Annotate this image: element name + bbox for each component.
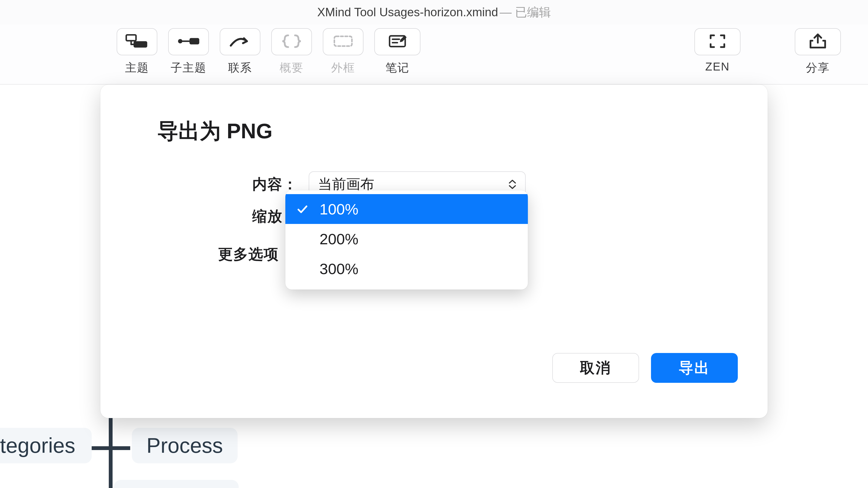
relationship-button[interactable]: 联系 [220, 28, 260, 75]
svg-rect-4 [190, 38, 199, 44]
boundary-label: 外框 [331, 60, 355, 75]
zoom-label: 缩放 [252, 206, 283, 226]
notes-label: 笔记 [385, 60, 409, 75]
dialog-title: 导出为 PNG [157, 117, 273, 145]
export-button[interactable]: 导出 [651, 353, 738, 383]
fullscreen-icon [705, 33, 730, 51]
export-label: 导出 [679, 358, 710, 378]
boundary-button: 外框 [323, 28, 364, 75]
notes-icon [385, 33, 410, 51]
zoom-option-100[interactable]: 100% [285, 194, 528, 224]
zoom-option-300[interactable]: 300% [285, 254, 528, 284]
notes-button[interactable]: 笔记 [374, 28, 421, 75]
boundary-icon [331, 33, 355, 51]
zoom-option-200[interactable]: 200% [285, 224, 528, 254]
mindmap-node[interactable]: Process [132, 428, 238, 463]
main-toolbar: 主题 子主题 [0, 24, 868, 85]
summary-button: 概要 [271, 28, 312, 75]
svg-rect-0 [126, 35, 136, 41]
svg-rect-5 [335, 36, 352, 46]
mindmap-node[interactable] [114, 480, 239, 488]
topic-label: 主题 [125, 60, 149, 75]
topic-icon [125, 33, 149, 51]
cancel-label: 取消 [580, 358, 611, 378]
toolbar-left-group: 主题 子主题 [117, 28, 421, 75]
svg-point-2 [178, 39, 182, 43]
toolbar-right-group: ZEN 分享 [694, 28, 841, 75]
window-title-suffix: — 已编辑 [500, 4, 551, 20]
dialog-footer: 取消 导出 [552, 353, 738, 383]
svg-rect-1 [133, 41, 147, 47]
export-png-dialog: 导出为 PNG 内容： 当前画布 缩放 更多选项 100% 200% [100, 85, 768, 418]
subtopic-icon [176, 33, 201, 51]
mindmap-connector [90, 446, 130, 450]
summary-label: 概要 [280, 60, 304, 75]
relationship-label: 联系 [228, 60, 252, 75]
subtopic-button[interactable]: 子主题 [168, 28, 209, 75]
more-options-label: 更多选项 [218, 245, 279, 264]
zoom-option-label: 200% [319, 230, 358, 248]
mindmap-connector [109, 415, 113, 488]
relationship-icon [228, 33, 252, 51]
share-label: 分享 [806, 60, 830, 75]
zen-label: ZEN [705, 60, 730, 73]
subtopic-label: 子主题 [170, 60, 207, 75]
zoom-option-label: 300% [319, 260, 358, 278]
summary-icon [279, 33, 304, 51]
window-title: XMind Tool Usages-horizon.xmind [317, 5, 498, 19]
zoom-option-label: 100% [319, 200, 358, 218]
cancel-button[interactable]: 取消 [552, 353, 639, 383]
share-button[interactable]: 分享 [795, 28, 841, 75]
window-titlebar: XMind Tool Usages-horizon.xmind — 已编辑 [0, 0, 868, 24]
zen-button[interactable]: ZEN [694, 28, 741, 75]
topic-button[interactable]: 主题 [117, 28, 157, 75]
more-options-row: 更多选项 [218, 245, 290, 264]
zoom-dropdown: 100% 200% 300% [285, 190, 528, 290]
updown-stepper-icon [508, 179, 517, 190]
mindmap-node[interactable]: tegories [0, 428, 92, 463]
share-icon [806, 33, 830, 51]
check-icon [297, 204, 316, 215]
